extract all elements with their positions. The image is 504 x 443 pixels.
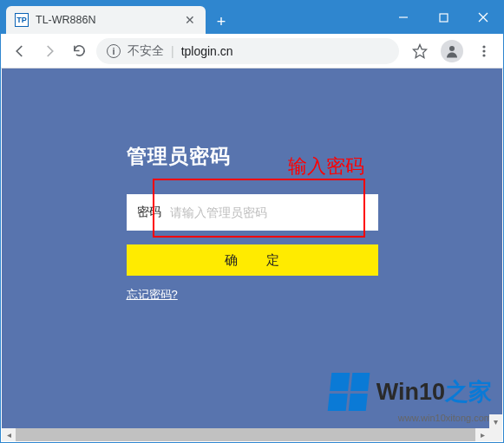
back-button[interactable] — [8, 39, 32, 63]
svg-point-5 — [449, 46, 455, 51]
forgot-password-link[interactable]: 忘记密码? — [127, 288, 178, 301]
forward-button[interactable] — [37, 39, 62, 63]
watermark-top: Win10之家 — [330, 373, 492, 411]
omnibox[interactable]: i 不安全 | tplogin.cn — [96, 38, 399, 64]
confirm-button[interactable]: 确 定 — [127, 244, 378, 276]
close-tab-icon[interactable]: ✕ — [183, 13, 197, 27]
password-field: 密码 — [127, 194, 378, 231]
tab-strip: TP TL-WR886N ✕ + — [1, 1, 383, 34]
page-title: 管理员密码 — [127, 143, 378, 170]
browser-tab[interactable]: TP TL-WR886N ✕ — [6, 6, 206, 34]
windows-logo-icon — [327, 373, 370, 411]
window-controls — [383, 1, 503, 34]
menu-icon[interactable] — [472, 39, 496, 63]
svg-rect-1 — [440, 14, 448, 22]
profile-avatar[interactable] — [441, 40, 463, 62]
horizontal-scroll-thumb[interactable] — [16, 428, 475, 441]
minimize-button[interactable] — [383, 1, 423, 34]
security-text: 不安全 — [128, 43, 164, 59]
watermark: Win10之家 www.win10xitong.com — [330, 373, 492, 423]
watermark-brand: Win10之家 — [376, 376, 492, 407]
watermark-brand-a: Win10 — [376, 379, 445, 405]
horizontal-scrollbar[interactable]: ◂ ▸ — [2, 428, 489, 441]
tab-title: TL-WR886N — [36, 14, 176, 26]
scroll-corner — [489, 428, 502, 441]
address-bar: i 不安全 | tplogin.cn — [1, 34, 503, 68]
favicon: TP — [15, 13, 29, 27]
svg-point-6 — [482, 45, 485, 48]
svg-marker-4 — [414, 44, 427, 57]
toolbar-right — [404, 39, 496, 63]
svg-point-7 — [482, 49, 485, 52]
close-window-button[interactable] — [463, 1, 503, 34]
star-icon[interactable] — [408, 39, 432, 63]
svg-point-8 — [482, 54, 485, 56]
login-form: 管理员密码 密码 确 定 忘记密码? — [127, 143, 378, 303]
new-tab-button[interactable]: + — [209, 10, 233, 34]
info-icon: i — [107, 44, 121, 58]
scroll-left-arrow[interactable]: ◂ — [2, 428, 16, 441]
forgot-link-wrap: 忘记密码? — [127, 286, 378, 303]
maximize-button[interactable] — [423, 1, 463, 34]
browser-window: TP TL-WR886N ✕ + — [0, 0, 504, 443]
watermark-url: www.win10xitong.com — [398, 413, 492, 423]
password-label: 密码 — [137, 205, 161, 220]
vertical-scroll-down-arrow[interactable]: ▾ — [489, 414, 502, 428]
password-input[interactable] — [170, 194, 368, 231]
reload-button[interactable] — [67, 39, 91, 63]
url-text: tplogin.cn — [181, 44, 233, 58]
watermark-brand-b: 之家 — [445, 379, 492, 405]
separator: | — [171, 44, 174, 58]
titlebar: TP TL-WR886N ✕ + — [1, 1, 503, 34]
page-viewport: 管理员密码 密码 确 定 忘记密码? 输入密码 Win10之家 www.win1… — [2, 68, 502, 428]
scroll-right-arrow[interactable]: ▸ — [475, 428, 489, 441]
